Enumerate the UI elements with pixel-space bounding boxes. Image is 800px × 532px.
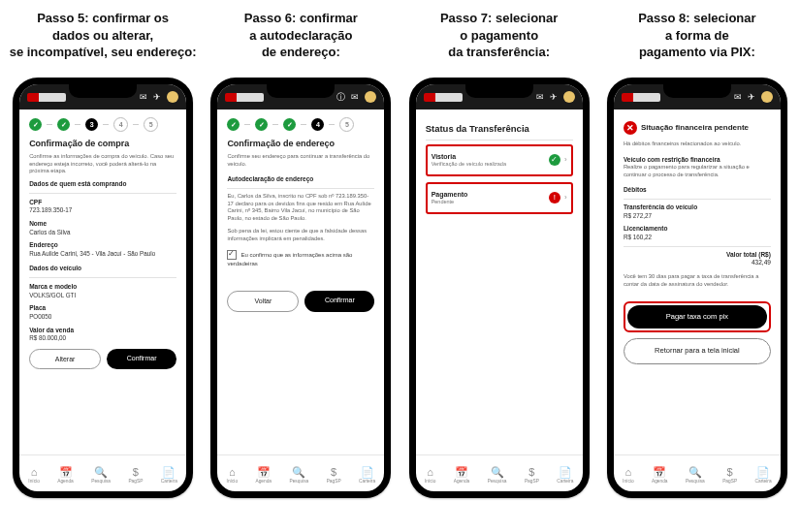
alert-title: Situação financeira pendente bbox=[641, 123, 749, 134]
confirmar-button[interactable]: Confirmar bbox=[107, 349, 176, 369]
nav-carteira[interactable]: 📄Carteira bbox=[557, 467, 573, 484]
nav-pesquisa[interactable]: 🔍Pesquisa bbox=[686, 467, 705, 484]
step-dot-1: ✓ bbox=[29, 118, 42, 131]
transf-value: R$ 272,27 bbox=[624, 212, 771, 221]
doc-icon: 📄 bbox=[162, 467, 176, 478]
doc-icon: 📄 bbox=[559, 467, 572, 478]
avatar[interactable] bbox=[563, 91, 575, 103]
avatar[interactable] bbox=[365, 91, 376, 103]
step-dot-4: 4 bbox=[113, 117, 128, 132]
confirmar-button[interactable]: Confirmar bbox=[304, 291, 374, 311]
cpf-label: CPF bbox=[29, 199, 176, 207]
step-8-title: Passo 8: selecionar a forma de pagamento… bbox=[638, 10, 755, 66]
nav-pesquisa[interactable]: 🔍Pesquisa bbox=[91, 467, 111, 484]
placa-value: PO0050 bbox=[29, 313, 176, 322]
section-buyer: Dados de quem está comprando bbox=[29, 180, 176, 189]
bottom-nav: ⌂Início 📅Agenda 🔍Pesquisa $PagSP 📄Cartei… bbox=[416, 454, 583, 491]
nav-agenda[interactable]: 📅Agenda bbox=[652, 467, 668, 484]
bottom-nav: ⌂Início 📅Agenda 🔍Pesquisa $PagSP 📄Cartei… bbox=[217, 454, 384, 491]
intro-text: Confirme seu endereço para continuar a t… bbox=[227, 153, 374, 168]
checkbox-icon bbox=[227, 250, 237, 260]
calendar-icon: 📅 bbox=[59, 467, 73, 478]
mail-icon[interactable]: ✉ bbox=[140, 93, 147, 102]
marca-value: VOLKS/GOL GTI bbox=[29, 292, 176, 300]
calendar-icon: 📅 bbox=[653, 467, 666, 478]
home-icon: ⌂ bbox=[229, 467, 236, 478]
step-5-title: Passo 5: confirmar os dados ou alterar, … bbox=[10, 10, 197, 66]
mail-icon[interactable]: ✉ bbox=[734, 93, 742, 102]
deadline-note: Você tem 30 dias para pagar a taxa de tr… bbox=[624, 273, 771, 288]
alert-circle-icon: ✕ bbox=[624, 121, 637, 135]
section-debitos: Débitos bbox=[624, 186, 771, 195]
pagamento-sub: Pendente bbox=[432, 199, 468, 205]
section-vehicle: Dados do veículo bbox=[29, 265, 176, 273]
screen-body-5: ✓ ✓ 3 4 5 Confirmação de compra Confirme… bbox=[19, 110, 186, 454]
page-title: Status da Transferência bbox=[426, 123, 573, 136]
nav-pagsp[interactable]: $PagSP bbox=[128, 467, 143, 484]
endereco-value: Rua Aulide Carini, 345 - Vila Jacuí - Sã… bbox=[29, 250, 176, 259]
confirm-checkbox[interactable]: Eu confirmo que as informações acima são… bbox=[227, 250, 374, 267]
nav-inicio[interactable]: ⌂Início bbox=[623, 467, 633, 484]
step-6-column: Passo 6: confirmar a autodeclaração de e… bbox=[207, 10, 396, 522]
nav-pagsp[interactable]: $PagSP bbox=[722, 467, 737, 484]
plane-icon[interactable]: ✈ bbox=[748, 93, 755, 102]
mail-icon[interactable]: ✉ bbox=[351, 93, 359, 102]
phone-notch bbox=[69, 84, 137, 98]
vistoria-sub: Verificação de veículo realizada bbox=[432, 161, 506, 168]
nav-carteira[interactable]: 📄Carteira bbox=[359, 467, 375, 484]
phone-frame-5: ✉ ✈ ✓ ✓ 3 4 5 Confirmação de compra Conf… bbox=[13, 78, 193, 498]
step-7-title: Passo 7: selecionar o pagamento da trans… bbox=[440, 10, 558, 66]
tutorial-steps-row: Passo 5: confirmar os dados ou alterar, … bbox=[0, 0, 800, 532]
bottom-nav: ⌂Início 📅Agenda 🔍Pesquisa $PagSP 📄Cartei… bbox=[614, 454, 781, 491]
section-restricao: Veículo com restrição financeira bbox=[624, 156, 771, 165]
plane-icon[interactable]: ✈ bbox=[550, 93, 558, 102]
dollar-icon: $ bbox=[528, 467, 534, 478]
calendar-icon: 📅 bbox=[455, 467, 468, 478]
nav-pesquisa[interactable]: 🔍Pesquisa bbox=[488, 467, 507, 484]
step-dot-4: 4 bbox=[311, 118, 324, 131]
plane-icon[interactable]: ✈ bbox=[153, 93, 161, 102]
chevron-right-icon: › bbox=[564, 193, 567, 203]
bottom-nav: ⌂Início 📅Agenda 🔍Pesquisa $PagSP 📄Cartei… bbox=[19, 454, 186, 491]
vistoria-title: Vistoria bbox=[432, 152, 506, 161]
screen-body-8: ✕ Situação financeira pendente Há débito… bbox=[614, 110, 781, 454]
pagar-pix-button[interactable]: Pagar taxa com pix bbox=[627, 305, 767, 329]
voltar-button[interactable]: Voltar bbox=[227, 291, 299, 311]
info-icon[interactable]: ⓘ bbox=[336, 93, 345, 102]
phone-notch bbox=[663, 84, 731, 98]
nav-inicio[interactable]: ⌂Início bbox=[425, 467, 435, 484]
calendar-icon: 📅 bbox=[257, 467, 271, 478]
nav-inicio[interactable]: ⌂Início bbox=[28, 467, 39, 484]
nav-pesquisa[interactable]: 🔍Pesquisa bbox=[289, 467, 308, 484]
nav-carteira[interactable]: 📄Carteira bbox=[755, 467, 772, 484]
search-icon: 🔍 bbox=[491, 467, 504, 478]
avatar[interactable] bbox=[761, 91, 773, 103]
nav-agenda[interactable]: 📅Agenda bbox=[256, 467, 272, 484]
mail-icon[interactable]: ✉ bbox=[536, 93, 544, 102]
endereco-label: Endereço bbox=[29, 241, 176, 250]
nav-pagsp[interactable]: $PagSP bbox=[525, 467, 539, 484]
home-icon: ⌂ bbox=[427, 467, 433, 478]
nav-pagsp[interactable]: $PagSP bbox=[327, 467, 341, 484]
nav-agenda[interactable]: 📅Agenda bbox=[57, 467, 74, 484]
search-icon: 🔍 bbox=[688, 467, 702, 478]
avatar[interactable] bbox=[167, 91, 178, 103]
status-row-pagamento[interactable]: Pagamento Pendente ! › bbox=[426, 182, 573, 214]
alterar-button[interactable]: Alterar bbox=[29, 349, 101, 369]
pagamento-title: Pagamento bbox=[432, 190, 468, 199]
nav-inicio[interactable]: ⌂Início bbox=[227, 467, 238, 484]
phone-frame-7: ✉ ✈ Status da Transferência Vistoria Ver… bbox=[409, 78, 590, 498]
step-7-column: Passo 7: selecionar o pagamento da trans… bbox=[404, 10, 593, 522]
check-icon: ✓ bbox=[549, 154, 560, 166]
doc-icon: 📄 bbox=[361, 467, 374, 478]
phone-frame-6: ⓘ ✉ ✓ ✓ ✓ 4 5 Confirmação de endereço Co… bbox=[210, 78, 391, 498]
restricao-body: Realize o pagamento para regularizar a s… bbox=[624, 164, 771, 178]
alert-line1: Há débitos financeiros relacionados ao v… bbox=[624, 141, 771, 148]
nav-carteira[interactable]: 📄Carteira bbox=[161, 467, 177, 484]
status-row-vistoria[interactable]: Vistoria Verificação de veículo realizad… bbox=[426, 144, 573, 176]
app-brand-logo bbox=[27, 93, 66, 102]
retornar-button[interactable]: Retornar para a tela inicial bbox=[624, 338, 771, 363]
doc-icon: 📄 bbox=[756, 467, 770, 478]
stepper: ✓ ✓ 3 4 5 bbox=[29, 117, 176, 132]
nav-agenda[interactable]: 📅Agenda bbox=[454, 467, 470, 484]
